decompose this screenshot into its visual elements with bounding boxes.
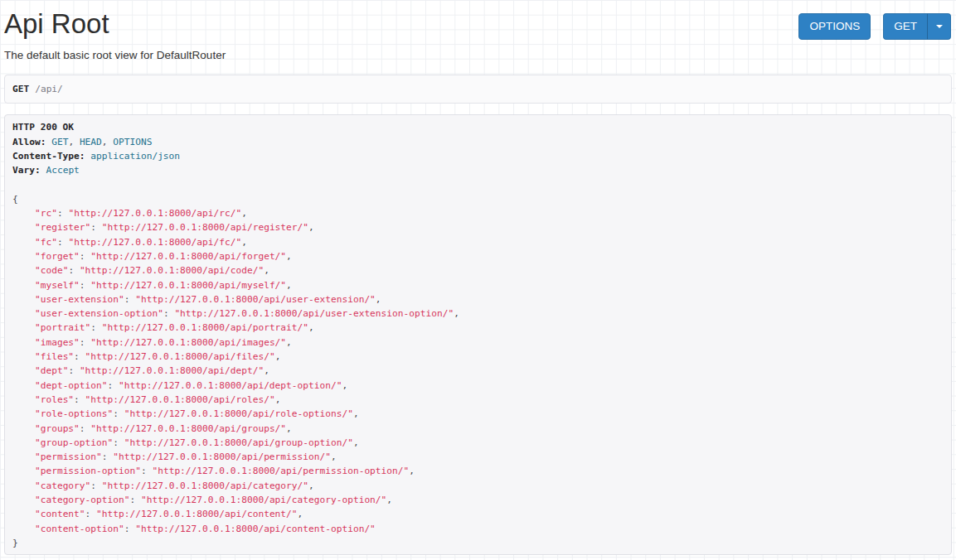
- get-button[interactable]: GET: [883, 13, 927, 40]
- caret-down-icon: [936, 25, 943, 28]
- json-url-link[interactable]: "http://127.0.0.1:8000/api/roles/": [85, 394, 275, 405]
- colon: :: [57, 237, 63, 248]
- json-url-link[interactable]: "http://127.0.0.1:8000/api/code/": [80, 265, 264, 276]
- json-key: "role-options": [35, 408, 113, 419]
- comma: ,: [286, 423, 292, 434]
- colon: :: [74, 351, 80, 362]
- colon: :: [90, 322, 96, 333]
- colon: :: [80, 337, 85, 348]
- options-button[interactable]: OPTIONS: [798, 13, 871, 40]
- response-header-value: application/json: [90, 151, 180, 162]
- json-url-link[interactable]: "http://127.0.0.1:8000/api/myself/": [90, 280, 286, 291]
- json-key: "roles": [35, 394, 74, 405]
- json-url-link[interactable]: "http://127.0.0.1:8000/api/permission/": [113, 451, 331, 462]
- get-button-group: GET: [883, 13, 951, 40]
- colon: :: [80, 280, 85, 291]
- comma: ,: [264, 365, 269, 376]
- json-key: "fc": [35, 237, 57, 248]
- request-path: /api/: [35, 84, 63, 94]
- json-url-link[interactable]: "http://127.0.0.1:8000/api/files/": [85, 351, 275, 362]
- json-url-link[interactable]: "http://127.0.0.1:8000/api/category-opti…: [141, 495, 386, 505]
- json-url-link[interactable]: "http://127.0.0.1:8000/api/rc/": [68, 208, 241, 219]
- response-header-value: Accept: [46, 165, 79, 176]
- request-line: GET/api/: [12, 82, 944, 96]
- json-key: "files": [35, 351, 74, 362]
- response-info-box: HTTP 200 OK Allow: GET, HEAD, OPTIONS Co…: [4, 114, 952, 555]
- comma: ,: [275, 351, 281, 362]
- comma: ,: [286, 251, 292, 262]
- json-url-link[interactable]: "http://127.0.0.1:8000/api/role-options/…: [124, 408, 353, 419]
- colon: :: [124, 294, 130, 305]
- json-key: "category-option": [35, 495, 130, 505]
- colon: :: [129, 495, 135, 505]
- colon: :: [141, 466, 147, 476]
- colon: :: [108, 380, 114, 391]
- json-url-link[interactable]: "http://127.0.0.1:8000/api/portrait/": [102, 322, 308, 333]
- comma: ,: [286, 280, 292, 291]
- json-url-link[interactable]: "http://127.0.0.1:8000/api/dept-option/": [119, 380, 342, 391]
- json-key: "category": [35, 480, 90, 491]
- json-url-link[interactable]: "http://127.0.0.1:8000/api/groups/": [90, 423, 286, 434]
- comma: ,: [264, 265, 269, 276]
- close-brace: }: [12, 538, 18, 548]
- get-format-dropdown-toggle[interactable]: [927, 13, 951, 40]
- json-url-link[interactable]: "http://127.0.0.1:8000/api/register/": [102, 222, 308, 233]
- json-url-link[interactable]: "http://127.0.0.1:8000/api/content-optio…: [135, 524, 376, 534]
- response-header-name: Vary:: [12, 165, 41, 176]
- json-key: "register": [35, 222, 90, 233]
- json-key: "portrait": [35, 322, 90, 333]
- json-key: "images": [35, 337, 80, 348]
- separator: ,: [102, 137, 113, 147]
- comma: ,: [331, 451, 337, 462]
- colon: :: [102, 451, 108, 462]
- page-description: The default basic root view for DefaultR…: [4, 49, 952, 62]
- comma: ,: [353, 408, 359, 419]
- json-key: "content-option": [35, 524, 124, 534]
- json-key: "groups": [35, 423, 80, 434]
- json-url-link[interactable]: "http://127.0.0.1:8000/api/dept/": [80, 365, 264, 376]
- colon: :: [68, 265, 74, 276]
- json-key: "dept-option": [35, 380, 108, 391]
- json-url-link[interactable]: "http://127.0.0.1:8000/api/fc/": [68, 237, 241, 248]
- page-header: Api Root OPTIONS GET The default basic r…: [4, 0, 952, 62]
- colon: :: [113, 437, 119, 448]
- json-url-link[interactable]: "http://127.0.0.1:8000/api/content/": [96, 509, 297, 519]
- main-content: Api Root OPTIONS GET The default basic r…: [0, 0, 956, 555]
- json-key: "code": [35, 265, 68, 276]
- json-key: "group-option": [35, 437, 113, 448]
- json-url-link[interactable]: "http://127.0.0.1:8000/api/user-extensio…: [135, 294, 376, 305]
- json-key: "content": [35, 509, 85, 519]
- comma: ,: [308, 480, 314, 491]
- json-url-link[interactable]: "http://127.0.0.1:8000/api/permission-op…: [152, 466, 409, 476]
- colon: :: [74, 394, 80, 405]
- json-url-link[interactable]: "http://127.0.0.1:8000/api/category/": [102, 480, 308, 491]
- status-line: HTTP 200 OK: [12, 122, 74, 133]
- comma: ,: [286, 337, 292, 348]
- comma: ,: [376, 294, 381, 305]
- json-key: "user-extension-option": [35, 308, 163, 319]
- comma: ,: [241, 208, 247, 219]
- json-url-link[interactable]: "http://127.0.0.1:8000/api/user-extensio…: [174, 308, 454, 319]
- json-url-link[interactable]: "http://127.0.0.1:8000/api/group-option/…: [124, 437, 353, 448]
- open-brace: {: [12, 194, 18, 205]
- comma: ,: [454, 308, 459, 319]
- request-info-box: GET/api/: [4, 75, 952, 104]
- comma: ,: [386, 495, 392, 505]
- response-body: HTTP 200 OK Allow: GET, HEAD, OPTIONS Co…: [12, 120, 944, 550]
- colon: :: [80, 423, 85, 434]
- json-key: "rc": [35, 208, 57, 219]
- comma: ,: [308, 222, 314, 233]
- colon: :: [90, 480, 96, 491]
- response-header-value: HEAD: [80, 137, 102, 147]
- json-url-link[interactable]: "http://127.0.0.1:8000/api/images/": [90, 337, 286, 348]
- comma: ,: [308, 322, 314, 333]
- json-url-link[interactable]: "http://127.0.0.1:8000/api/forget/": [90, 251, 286, 262]
- json-key: "permission": [35, 451, 102, 462]
- comma: ,: [409, 466, 415, 476]
- colon: :: [85, 509, 91, 519]
- colon: :: [90, 222, 96, 233]
- response-header-value: GET: [51, 137, 68, 147]
- colon: :: [113, 408, 119, 419]
- response-header-name: Allow:: [12, 137, 46, 147]
- comma: ,: [298, 509, 303, 519]
